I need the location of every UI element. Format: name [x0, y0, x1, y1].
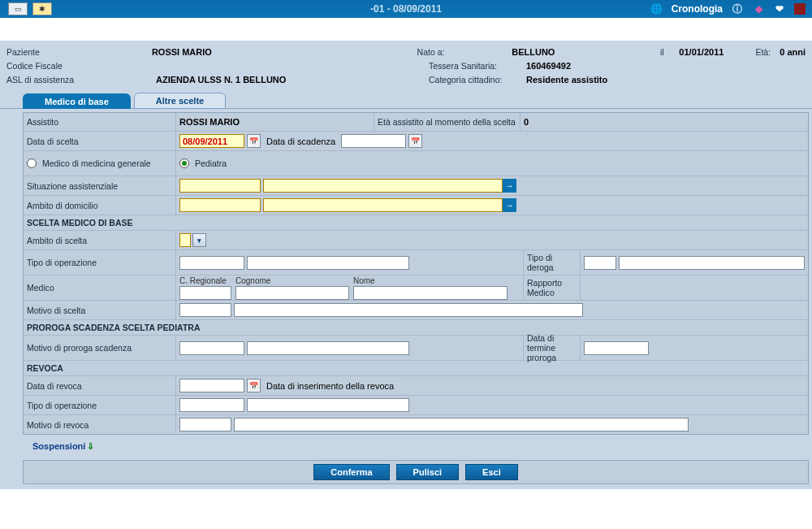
titlebar-icon-1[interactable]: ▭: [8, 2, 28, 15]
input-medico-cregionale[interactable]: [179, 286, 231, 300]
radio-mmg-cell[interactable]: Medico di medicina generale: [24, 151, 176, 176]
label-situazione: Situazione assistenziale: [24, 176, 176, 195]
input-situazione-desc[interactable]: [263, 179, 503, 193]
radio-pediatra-cell[interactable]: Pediatra: [176, 151, 808, 176]
input-data-scelta[interactable]: [179, 134, 244, 148]
radio-icon: [179, 158, 189, 168]
value-eta: 0 anni: [774, 47, 806, 57]
lookup-icon[interactable]: →: [503, 198, 516, 212]
label-tipo-operazione: Tipo di operazione: [24, 250, 176, 275]
sublabel-cregionale: C. Regionale: [179, 276, 231, 285]
close-icon[interactable]: [794, 3, 806, 15]
label-motivo-revoca: Motivo di revoca: [24, 415, 176, 434]
label-nato-a: Nato a:: [417, 47, 512, 57]
value-assistito: ROSSI MARIO: [176, 113, 374, 131]
value-asl: AZIENDA ULSS N. 1 BELLUNO: [156, 75, 429, 85]
label-il: il: [660, 47, 679, 57]
input-motivo-revoca-desc[interactable]: [234, 418, 689, 431]
input-motivo-scelta-code[interactable]: [179, 303, 231, 317]
label-data-termine: Data di termine proroga: [524, 336, 581, 360]
value-tessera: 160469492: [526, 61, 679, 71]
tab-altre-scelte[interactable]: Altre scelte: [134, 93, 226, 109]
input-motivo-proroga-desc[interactable]: [247, 341, 409, 355]
pulisci-button[interactable]: Pulisci: [396, 464, 459, 480]
sospensioni-row: Sospensioni⇓: [0, 438, 812, 455]
value-eta-scelta: 0: [520, 113, 808, 131]
section-revoca: REVOCA: [24, 361, 808, 376]
info-icon[interactable]: ⓘ: [731, 2, 744, 15]
label-assistito: Assistito: [24, 113, 176, 131]
label-eta-scelta: Età assistito al momento della scelta: [374, 113, 520, 131]
input-tipo-deroga-desc[interactable]: [619, 256, 805, 270]
footer: Conferma Pulisci Esci: [0, 455, 812, 489]
down-arrow-icon: ⇓: [87, 441, 94, 451]
titlebar: ▭ ✱ -01 - 08/09/2011 🌐 Cronologia ⓘ ◆ ❤: [0, 0, 812, 18]
label-eta: Età:: [742, 47, 774, 57]
input-ambito-scelta[interactable]: [179, 233, 191, 247]
form-area: Assistito ROSSI MARIO Età assistito al m…: [0, 109, 812, 438]
calendar-icon[interactable]: 📅: [408, 134, 422, 148]
label-data-revoca: Data di revoca: [24, 376, 176, 395]
value-categoria: Residente assistito: [526, 75, 679, 85]
dropdown-icon[interactable]: ▾: [192, 233, 206, 247]
globe-icon[interactable]: 🌐: [650, 2, 663, 15]
input-data-scadenza[interactable]: [341, 134, 406, 148]
value-paziente: ROSSI MARIO: [152, 47, 417, 57]
input-medico-nome[interactable]: [353, 286, 508, 300]
label-medico: Medico: [24, 275, 176, 300]
label-motivo-proroga: Motivo di proroga scadenza: [24, 336, 176, 360]
label-codice-fiscale: Codice Fiscale: [3, 61, 156, 71]
esci-button[interactable]: Esci: [465, 464, 518, 480]
input-motivo-proroga-code[interactable]: [179, 341, 244, 355]
tab-medico-di-base[interactable]: Medico di base: [23, 93, 131, 109]
input-tipo-deroga-code[interactable]: [584, 256, 616, 270]
section-proroga: PROROGA SCADENZA SCELTA PEDIATRA: [24, 320, 808, 336]
sublabel-cognome: Cognome: [235, 276, 349, 285]
tab-bar: Medico di base Altre scelte: [0, 90, 812, 109]
sospensioni-link[interactable]: Sospensioni⇓: [32, 441, 94, 451]
calendar-icon[interactable]: 📅: [247, 379, 261, 392]
input-tipo-op-code[interactable]: [179, 256, 244, 270]
label-asl: ASL di assistenza: [3, 75, 156, 85]
book-icon[interactable]: ◆: [752, 2, 765, 15]
titlebar-icon-2[interactable]: ✱: [32, 2, 52, 15]
label-motivo-scelta: Motivo di scelta: [24, 301, 176, 319]
label-paziente: Paziente: [3, 47, 152, 57]
heart-icon[interactable]: ❤: [773, 2, 786, 15]
input-tipo-op-desc[interactable]: [247, 256, 409, 270]
input-motivo-scelta-desc[interactable]: [234, 303, 583, 317]
input-data-revoca[interactable]: [179, 379, 244, 392]
input-ambito-dom-code[interactable]: [179, 198, 261, 212]
lookup-icon[interactable]: →: [503, 179, 516, 193]
input-situazione-code[interactable]: [179, 179, 261, 193]
label-rapporto: Rapporto Medico: [524, 275, 581, 300]
section-scelta-medico: SCELTA MEDICO DI BASE: [24, 215, 808, 231]
value-data-nascita: 01/01/2011: [679, 47, 742, 57]
calendar-icon[interactable]: 📅: [247, 134, 261, 148]
window-title: -01 - 08/09/2011: [370, 3, 442, 15]
input-tipo-op-revoca-code[interactable]: [179, 398, 244, 412]
radio-icon: [27, 158, 37, 168]
label-tessera: Tessera Sanitaria:: [429, 61, 526, 71]
input-data-termine[interactable]: [584, 341, 649, 355]
label-ambito-scelta: Ambito di scelta: [24, 231, 176, 249]
patient-header: Paziente ROSSI MARIO Nato a: BELLUNO il …: [0, 41, 812, 90]
label-tipo-deroga: Tipo di deroga: [524, 250, 581, 275]
label-categoria: Categoria cittadino:: [429, 75, 526, 85]
label-data-scelta: Data di scelta: [24, 132, 176, 150]
label-data-ins-revoca: Data di inserimento della revoca: [266, 381, 394, 391]
input-medico-cognome[interactable]: [235, 286, 349, 300]
sublabel-nome: Nome: [353, 276, 508, 285]
input-motivo-revoca-code[interactable]: [179, 418, 231, 431]
label-ambito-dom: Ambito di domicilio: [24, 196, 176, 215]
conferma-button[interactable]: Conferma: [313, 464, 389, 480]
label-tipo-op-revoca: Tipo di operazione: [24, 396, 176, 414]
label-data-scadenza: Data di scadenza: [266, 137, 335, 146]
input-tipo-op-revoca-desc[interactable]: [247, 398, 409, 412]
cronologia-link[interactable]: Cronologia: [672, 3, 723, 15]
value-nato-a: BELLUNO: [512, 47, 660, 57]
input-ambito-dom-desc[interactable]: [263, 198, 503, 212]
